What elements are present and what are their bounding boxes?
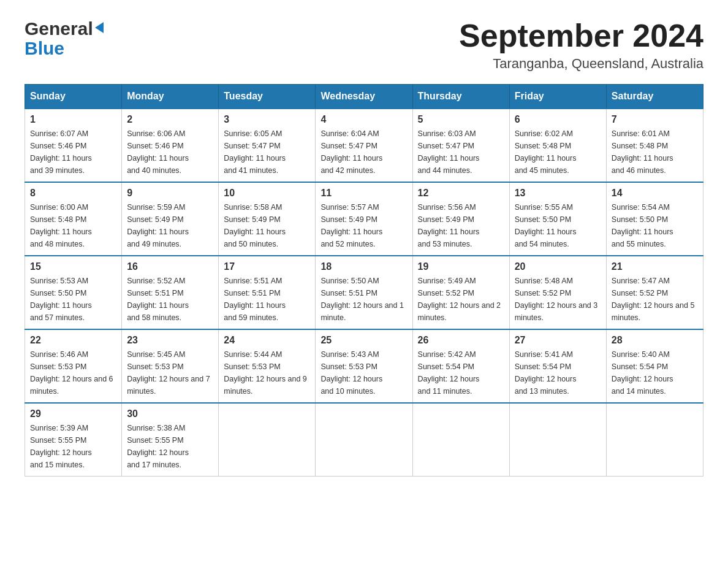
day-number: 6: [515, 114, 601, 125]
day-info: Sunrise: 5:51 AM Sunset: 5:51 PM Dayligh…: [224, 275, 310, 324]
day-number: 22: [30, 335, 116, 346]
table-row: 20 Sunrise: 5:48 AM Sunset: 5:52 PM Dayl…: [509, 256, 606, 329]
table-row: 17 Sunrise: 5:51 AM Sunset: 5:51 PM Dayl…: [219, 256, 316, 329]
page-header: General Blue September 2024 Taranganba, …: [25, 18, 703, 72]
day-number: 5: [418, 114, 504, 125]
day-info: Sunrise: 6:05 AM Sunset: 5:47 PM Dayligh…: [224, 128, 310, 177]
table-row: 26 Sunrise: 5:42 AM Sunset: 5:54 PM Dayl…: [412, 329, 509, 403]
day-number: 7: [612, 114, 698, 125]
day-info: Sunrise: 6:00 AM Sunset: 5:48 PM Dayligh…: [30, 201, 116, 250]
day-info: Sunrise: 5:40 AM Sunset: 5:54 PM Dayligh…: [612, 348, 698, 397]
table-row: [316, 403, 412, 477]
day-number: 15: [30, 261, 116, 272]
header-saturday: Saturday: [606, 85, 703, 109]
table-row: 30 Sunrise: 5:38 AM Sunset: 5:55 PM Dayl…: [122, 403, 219, 477]
table-row: [509, 403, 606, 477]
header-thursday: Thursday: [412, 85, 509, 109]
header-wednesday: Wednesday: [316, 85, 412, 109]
day-number: 23: [127, 335, 213, 346]
day-info: Sunrise: 5:47 AM Sunset: 5:52 PM Dayligh…: [612, 275, 698, 324]
day-number: 4: [320, 114, 407, 125]
table-row: 21 Sunrise: 5:47 AM Sunset: 5:52 PM Dayl…: [606, 256, 703, 329]
day-info: Sunrise: 5:58 AM Sunset: 5:49 PM Dayligh…: [224, 201, 310, 250]
logo-blue-text: Blue: [25, 38, 104, 59]
day-info: Sunrise: 5:53 AM Sunset: 5:50 PM Dayligh…: [30, 275, 116, 324]
table-row: 1 Sunrise: 6:07 AM Sunset: 5:46 PM Dayli…: [25, 109, 122, 182]
location-title: Taranganba, Queensland, Australia: [459, 56, 703, 72]
table-row: 19 Sunrise: 5:49 AM Sunset: 5:52 PM Dayl…: [412, 256, 509, 329]
day-info: Sunrise: 5:46 AM Sunset: 5:53 PM Dayligh…: [30, 348, 116, 397]
weekday-header-row: Sunday Monday Tuesday Wednesday Thursday…: [25, 85, 703, 109]
day-info: Sunrise: 5:44 AM Sunset: 5:53 PM Dayligh…: [224, 348, 310, 397]
logo-arrow-icon: [95, 22, 104, 33]
table-row: [606, 403, 703, 477]
day-number: 28: [612, 335, 698, 346]
table-row: 16 Sunrise: 5:52 AM Sunset: 5:51 PM Dayl…: [122, 256, 219, 329]
day-info: Sunrise: 6:03 AM Sunset: 5:47 PM Dayligh…: [418, 128, 504, 177]
day-number: 12: [418, 188, 504, 199]
day-info: Sunrise: 6:07 AM Sunset: 5:46 PM Dayligh…: [30, 128, 116, 177]
day-number: 3: [224, 114, 310, 125]
calendar-week-row: 15 Sunrise: 5:53 AM Sunset: 5:50 PM Dayl…: [25, 256, 703, 329]
day-number: 20: [515, 261, 601, 272]
day-number: 9: [127, 188, 213, 199]
table-row: 11 Sunrise: 5:57 AM Sunset: 5:49 PM Dayl…: [316, 182, 412, 256]
calendar-week-row: 1 Sunrise: 6:07 AM Sunset: 5:46 PM Dayli…: [25, 109, 703, 182]
day-info: Sunrise: 5:59 AM Sunset: 5:49 PM Dayligh…: [127, 201, 213, 250]
table-row: 22 Sunrise: 5:46 AM Sunset: 5:53 PM Dayl…: [25, 329, 122, 403]
day-info: Sunrise: 5:55 AM Sunset: 5:50 PM Dayligh…: [515, 201, 601, 250]
calendar-week-row: 22 Sunrise: 5:46 AM Sunset: 5:53 PM Dayl…: [25, 329, 703, 403]
day-number: 13: [515, 188, 601, 199]
table-row: 15 Sunrise: 5:53 AM Sunset: 5:50 PM Dayl…: [25, 256, 122, 329]
day-info: Sunrise: 5:39 AM Sunset: 5:55 PM Dayligh…: [30, 422, 116, 471]
table-row: 23 Sunrise: 5:45 AM Sunset: 5:53 PM Dayl…: [122, 329, 219, 403]
day-info: Sunrise: 6:04 AM Sunset: 5:47 PM Dayligh…: [320, 128, 407, 177]
table-row: 12 Sunrise: 5:56 AM Sunset: 5:49 PM Dayl…: [412, 182, 509, 256]
header-sunday: Sunday: [25, 85, 122, 109]
day-number: 16: [127, 261, 213, 272]
day-number: 30: [127, 408, 213, 419]
day-number: 26: [418, 335, 504, 346]
calendar-table: Sunday Monday Tuesday Wednesday Thursday…: [25, 84, 703, 477]
day-info: Sunrise: 5:45 AM Sunset: 5:53 PM Dayligh…: [127, 348, 213, 397]
day-number: 2: [127, 114, 213, 125]
day-number: 17: [224, 261, 310, 272]
table-row: 13 Sunrise: 5:55 AM Sunset: 5:50 PM Dayl…: [509, 182, 606, 256]
day-info: Sunrise: 6:01 AM Sunset: 5:48 PM Dayligh…: [612, 128, 698, 177]
day-number: 24: [224, 335, 310, 346]
table-row: 25 Sunrise: 5:43 AM Sunset: 5:53 PM Dayl…: [316, 329, 412, 403]
table-row: 28 Sunrise: 5:40 AM Sunset: 5:54 PM Dayl…: [606, 329, 703, 403]
day-info: Sunrise: 5:42 AM Sunset: 5:54 PM Dayligh…: [418, 348, 504, 397]
logo: General Blue: [25, 18, 104, 59]
table-row: 8 Sunrise: 6:00 AM Sunset: 5:48 PM Dayli…: [25, 182, 122, 256]
table-row: 3 Sunrise: 6:05 AM Sunset: 5:47 PM Dayli…: [219, 109, 316, 182]
header-tuesday: Tuesday: [219, 85, 316, 109]
day-number: 1: [30, 114, 116, 125]
table-row: 6 Sunrise: 6:02 AM Sunset: 5:48 PM Dayli…: [509, 109, 606, 182]
day-info: Sunrise: 5:48 AM Sunset: 5:52 PM Dayligh…: [515, 275, 601, 324]
table-row: 10 Sunrise: 5:58 AM Sunset: 5:49 PM Dayl…: [219, 182, 316, 256]
day-number: 18: [320, 261, 407, 272]
header-friday: Friday: [509, 85, 606, 109]
day-info: Sunrise: 5:50 AM Sunset: 5:51 PM Dayligh…: [320, 275, 407, 324]
day-info: Sunrise: 6:06 AM Sunset: 5:46 PM Dayligh…: [127, 128, 213, 177]
day-number: 25: [320, 335, 407, 346]
day-info: Sunrise: 5:43 AM Sunset: 5:53 PM Dayligh…: [320, 348, 407, 397]
day-number: 27: [515, 335, 601, 346]
logo-general-text: General: [25, 18, 93, 39]
day-info: Sunrise: 5:49 AM Sunset: 5:52 PM Dayligh…: [418, 275, 504, 324]
table-row: 14 Sunrise: 5:54 AM Sunset: 5:50 PM Dayl…: [606, 182, 703, 256]
table-row: 4 Sunrise: 6:04 AM Sunset: 5:47 PM Dayli…: [316, 109, 412, 182]
day-number: 19: [418, 261, 504, 272]
day-info: Sunrise: 5:57 AM Sunset: 5:49 PM Dayligh…: [320, 201, 407, 250]
day-number: 10: [224, 188, 310, 199]
table-row: 7 Sunrise: 6:01 AM Sunset: 5:48 PM Dayli…: [606, 109, 703, 182]
day-info: Sunrise: 5:52 AM Sunset: 5:51 PM Dayligh…: [127, 275, 213, 324]
day-info: Sunrise: 5:38 AM Sunset: 5:55 PM Dayligh…: [127, 422, 213, 471]
table-row: [412, 403, 509, 477]
table-row: 29 Sunrise: 5:39 AM Sunset: 5:55 PM Dayl…: [25, 403, 122, 477]
day-number: 14: [612, 188, 698, 199]
day-number: 11: [320, 188, 407, 199]
calendar-week-row: 8 Sunrise: 6:00 AM Sunset: 5:48 PM Dayli…: [25, 182, 703, 256]
day-info: Sunrise: 5:56 AM Sunset: 5:49 PM Dayligh…: [418, 201, 504, 250]
